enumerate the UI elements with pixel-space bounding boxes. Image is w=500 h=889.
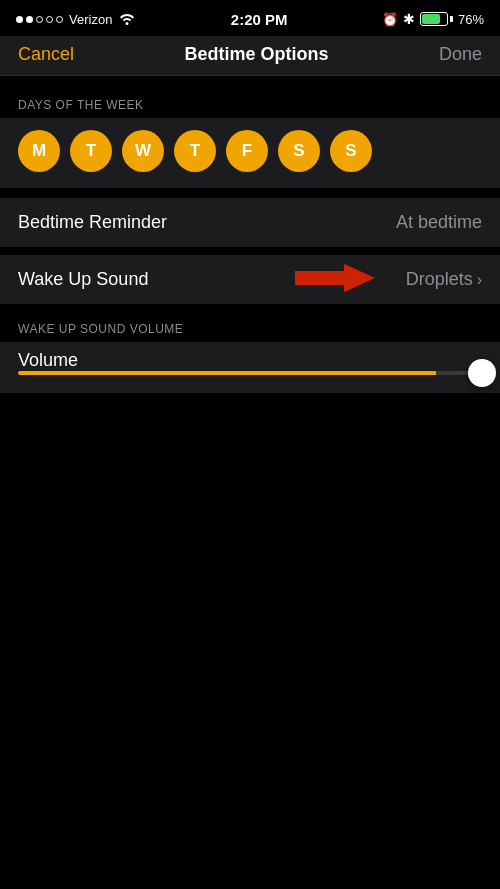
day-circle-3[interactable]: T [174, 130, 216, 172]
top-spacer [0, 76, 500, 84]
battery-body [420, 12, 448, 26]
day-circle-1[interactable]: T [70, 130, 112, 172]
days-section: MTWTFSS [0, 118, 500, 188]
wake-up-sound-value: Droplets [406, 269, 473, 290]
volume-section-header: WAKE UP SOUND VOLUME [0, 308, 500, 342]
status-bar: Verizon 2:20 PM ⏰ ✱ 76% [0, 0, 500, 36]
days-row: MTWTFSS [18, 130, 482, 172]
cancel-button[interactable]: Cancel [18, 44, 74, 65]
wifi-icon [118, 11, 136, 28]
volume-slider-container[interactable] [18, 371, 482, 375]
signal-dot-1 [16, 16, 23, 23]
battery-pct-label: 76% [458, 12, 484, 27]
wake-up-sound-value-container: Droplets › [406, 269, 482, 290]
spacer-2 [0, 247, 500, 255]
day-circle-0[interactable]: M [18, 130, 60, 172]
signal-dot-3 [36, 16, 43, 23]
day-circle-6[interactable]: S [330, 130, 372, 172]
bluetooth-icon: ✱ [403, 11, 415, 27]
status-time: 2:20 PM [231, 11, 288, 28]
day-circle-5[interactable]: S [278, 130, 320, 172]
signal-dot-4 [46, 16, 53, 23]
volume-slider-track[interactable] [18, 371, 482, 375]
spacer-1 [0, 190, 500, 198]
bedtime-reminder-row[interactable]: Bedtime Reminder At bedtime [0, 198, 500, 247]
volume-slider-thumb[interactable] [468, 359, 496, 387]
nav-bar: Cancel Bedtime Options Done [0, 36, 500, 76]
volume-section: Volume [0, 342, 500, 393]
signal-dots [16, 16, 63, 23]
page-title: Bedtime Options [184, 44, 328, 65]
status-left: Verizon [16, 11, 136, 28]
carrier-label: Verizon [69, 12, 112, 27]
chevron-right-icon: › [477, 271, 482, 289]
battery-tip [450, 16, 453, 22]
days-section-header: DAYS OF THE WEEK [0, 84, 500, 118]
wake-up-sound-row[interactable]: Wake Up Sound Droplets › [0, 255, 500, 304]
battery-icon [420, 12, 453, 26]
bedtime-reminder-label: Bedtime Reminder [18, 212, 167, 233]
alarm-icon: ⏰ [382, 12, 398, 27]
svg-marker-0 [295, 263, 375, 291]
signal-dot-5 [56, 16, 63, 23]
done-button[interactable]: Done [439, 44, 482, 65]
battery-fill [422, 14, 440, 24]
day-circle-4[interactable]: F [226, 130, 268, 172]
wake-up-sound-label: Wake Up Sound [18, 269, 148, 290]
day-circle-2[interactable]: W [122, 130, 164, 172]
arrow-annotation [295, 260, 375, 300]
volume-label: Volume [18, 350, 78, 370]
signal-dot-2 [26, 16, 33, 23]
bedtime-reminder-value: At bedtime [396, 212, 482, 233]
status-right: ⏰ ✱ 76% [382, 11, 484, 27]
